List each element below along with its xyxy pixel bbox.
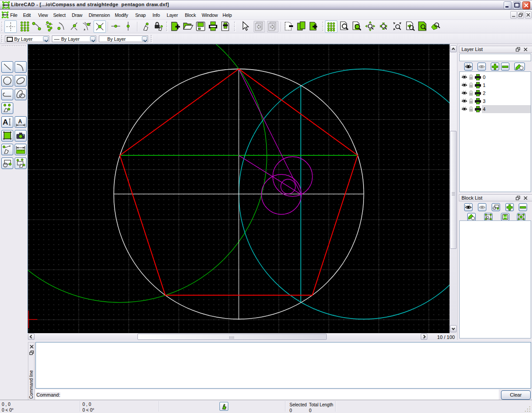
svg-text:A: A [3, 118, 8, 126]
svg-text:A: A [18, 118, 22, 125]
